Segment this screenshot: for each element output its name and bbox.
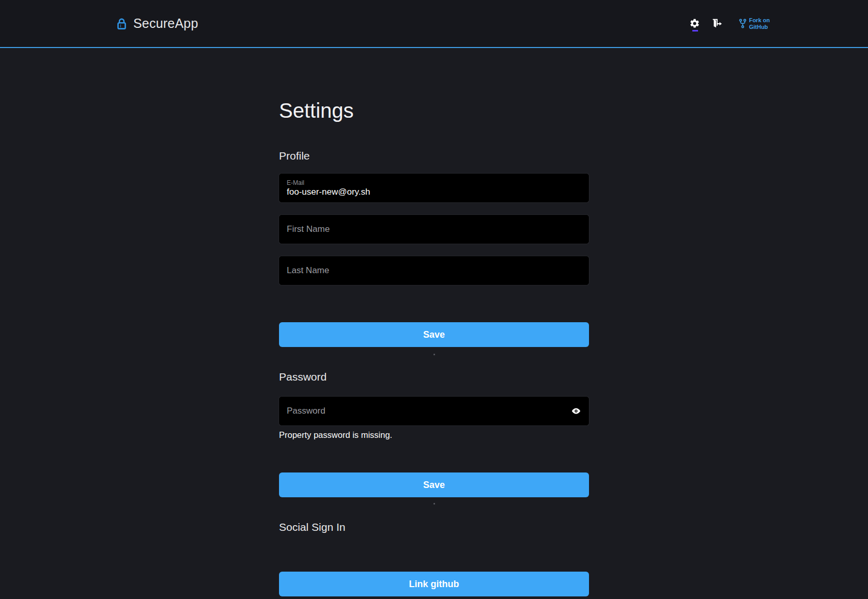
fork-link-line2: GitHub (749, 24, 768, 30)
social-section-heading: Social Sign In (279, 521, 589, 533)
password-form-dot (433, 503, 435, 505)
password-error-message: Property password is missing. (279, 430, 589, 440)
password-section-heading: Password (279, 371, 589, 383)
lock-icon (116, 17, 127, 30)
profile-form-dot (433, 354, 435, 355)
settings-page: Settings Profile E-Mail Save Password Pr… (279, 98, 589, 596)
password-input[interactable] (279, 397, 589, 425)
last-name-input[interactable] (279, 256, 589, 285)
email-field-label: E-Mail (287, 179, 581, 187)
logout-button[interactable] (710, 16, 723, 31)
password-field (279, 397, 589, 425)
profile-save-button[interactable]: Save (279, 322, 589, 347)
fork-link-label: Fork on GitHub (749, 17, 770, 30)
gear-icon (689, 18, 700, 29)
settings-nav-button[interactable] (688, 16, 702, 31)
git-fork-icon (739, 19, 747, 28)
profile-section-heading: Profile (279, 150, 589, 162)
active-tab-underline (692, 30, 698, 31)
password-save-button[interactable]: Save (279, 472, 589, 497)
email-input[interactable] (287, 187, 581, 197)
email-field[interactable]: E-Mail (279, 174, 589, 202)
link-github-button[interactable]: Link github (279, 572, 589, 596)
brand-name: SecureApp (133, 16, 198, 31)
fork-on-github-link[interactable]: Fork on GitHub (739, 17, 770, 30)
eye-icon (571, 406, 581, 416)
brand[interactable]: SecureApp (116, 16, 198, 31)
logout-icon (711, 18, 722, 29)
fork-link-line1: Fork on (749, 17, 770, 23)
first-name-input[interactable] (279, 215, 589, 244)
navbar-actions: Fork on GitHub (688, 16, 770, 31)
page-title: Settings (279, 98, 589, 123)
password-visibility-toggle[interactable] (570, 405, 582, 417)
navbar: SecureApp (0, 0, 868, 48)
